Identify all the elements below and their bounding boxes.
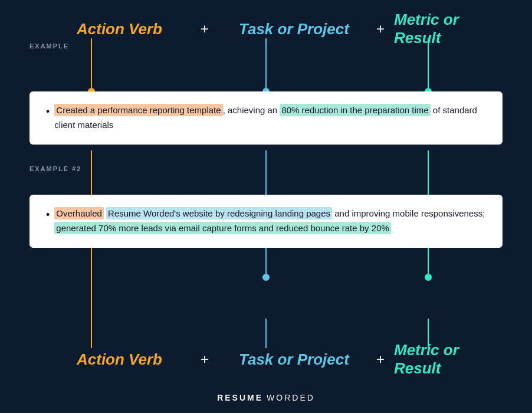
footer-action-verb: Action Verb: [77, 350, 162, 368]
footer-brand: RESUME WORDED: [217, 393, 315, 402]
example2-task-highlight: Resume Worded's website by redesigning l…: [106, 207, 332, 219]
header-task: Task or Project: [239, 20, 349, 38]
footer-task: Task or Project: [239, 350, 349, 368]
example2-metric-highlight: generated 70% more leads via email captu…: [54, 222, 391, 234]
example2-text: Overhauled Resume Worded's website by re…: [54, 206, 486, 236]
footer-worded: WORDED: [267, 393, 315, 402]
footer-resume: RESUME: [217, 393, 263, 402]
header-plus2: +: [376, 21, 385, 37]
example2-label: EXAMPLE #2: [29, 165, 503, 172]
footer-plus2: +: [376, 351, 385, 367]
example2-section: EXAMPLE #2: [29, 165, 503, 177]
example1-box: • Created a performance reporting templa…: [29, 91, 503, 145]
example2-box: • Overhauled Resume Worded's website by …: [29, 195, 503, 248]
header-metric: Metric or Result: [394, 11, 459, 47]
footer-plus1: +: [201, 351, 209, 367]
header-row: Action Verb + Task or Project + Metric o…: [29, 18, 503, 40]
example2-action-highlight: Overhauled: [54, 207, 104, 219]
header-plus1: +: [201, 21, 209, 37]
bottom-header-row: Action Verb + Task or Project + Metric o…: [29, 348, 503, 371]
example1-text: Created a performance reporting template…: [54, 103, 486, 133]
example1-connector-text: , achieving an: [223, 105, 280, 115]
example1-metric-highlight: 80% reduction in the preparation time: [280, 104, 430, 116]
bullet2: •: [46, 208, 50, 222]
example1-action-highlight: Created a performance reporting template: [54, 104, 222, 116]
svg-point-7: [262, 274, 270, 281]
main-container: Action Verb + Task or Project + Metric o…: [0, 0, 532, 413]
header-action-verb: Action Verb: [77, 20, 162, 38]
example2-mid-text: and improving mobile responsiveness;: [332, 208, 485, 218]
footer-metric: Metric or Result: [394, 341, 459, 377]
example1-label: EXAMPLE: [29, 42, 503, 50]
svg-point-11: [425, 274, 432, 281]
bullet1: •: [46, 104, 50, 119]
